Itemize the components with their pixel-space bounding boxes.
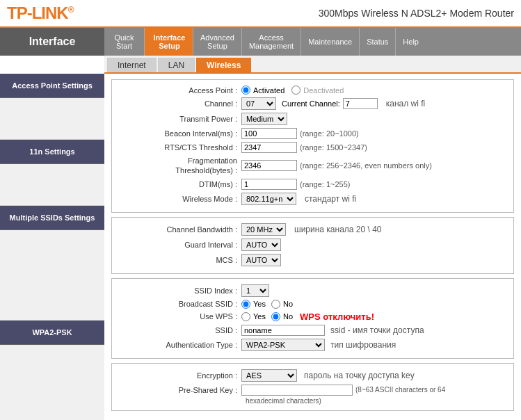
sidebar-spacer-2 <box>0 164 104 206</box>
wireless-mode-select[interactable]: 802.11g+n802.11b802.11g802.11n <box>241 193 296 205</box>
11n-section: Channel Bandwidth : 20 MHz40 MHz ширина … <box>111 217 514 274</box>
wps-yes-label[interactable]: Yes <box>241 312 266 321</box>
nav-tab-maintenance[interactable]: Maintenance <box>301 28 360 56</box>
channel-russian-note: канал wi fi <box>386 99 426 108</box>
broadcast-no-label[interactable]: No <box>271 300 293 309</box>
broadcast-yes-label[interactable]: Yes <box>241 300 266 309</box>
nav-tab-interface-setup[interactable]: Interface Setup <box>145 28 193 56</box>
beacon-interval-row: Beacon Interval(ms) : (range: 20~1000) <box>119 128 506 139</box>
main-layout: Access Point Settings 11n Settings Multi… <box>0 74 521 420</box>
sub-tab-lan[interactable]: LAN <box>158 58 195 72</box>
sidebar-section-11n[interactable]: 11n Settings <box>0 140 104 164</box>
mcs-row: MCS : AUTO017 <box>119 254 506 266</box>
ssid-row: SSID : ssid - имя точки доступа <box>119 325 506 336</box>
encryption-select[interactable]: AESTKIPTKIP+AES <box>241 369 297 382</box>
preshared-key-input[interactable] <box>241 385 353 396</box>
transmit-power-label: Transmit Power : <box>119 115 237 123</box>
sidebar-section-access-point[interactable]: Access Point Settings <box>0 74 104 98</box>
preshared-key-label: Pre-Shared Key : <box>119 385 237 394</box>
beacon-interval-label: Beacon Interval(ms) : <box>119 129 237 138</box>
beacon-note: (range: 20~1000) <box>300 129 359 138</box>
auth-note: тип шифрования <box>330 340 396 350</box>
access-point-label: Access Point : <box>119 86 237 95</box>
wireless-mode-note: стандарт wi fi <box>305 194 356 204</box>
guard-select[interactable]: AUTOLongShort <box>241 239 281 251</box>
preshared-note: (8~63 ASCII characters or 64 <box>355 385 445 394</box>
sidebar-section-wpa2psk[interactable]: WPA2-PSK <box>0 321 104 345</box>
wireless-mode-row: Wireless Mode : 802.11g+n802.11b802.11g8… <box>119 193 506 205</box>
sidebar-section-multiple-ssids[interactable]: Multiple SSIDs Settings <box>0 206 104 230</box>
wps-no-radio[interactable] <box>271 312 280 321</box>
access-point-section: Access Point : Activated Deactivated Cha… <box>111 79 514 213</box>
sub-nav: Internet LAN Wireless <box>104 56 521 74</box>
sidebar-title: Interface <box>0 28 104 56</box>
ssid-index-row: SSID Index : 1234 <box>119 284 506 297</box>
encryption-note: пароль на точку доступа key <box>304 371 415 380</box>
nav-tab-help[interactable]: Help <box>396 28 426 56</box>
broadcast-ssid-label: Broadcast SSID : <box>119 300 237 308</box>
frag-note: (range: 256~2346, even numbers only) <box>300 161 432 170</box>
sub-tab-internet[interactable]: Internet <box>107 58 157 72</box>
frag-label: FragmentationThreshold(bytes) : <box>119 156 237 176</box>
rts-input[interactable] <box>241 142 297 153</box>
rts-note: (range: 1500~2347) <box>300 143 367 152</box>
current-channel-input[interactable] <box>343 98 378 109</box>
activated-radio-label[interactable]: Activated <box>241 86 284 95</box>
logo: TP-LINK® <box>7 3 74 23</box>
nav-tab-access-management[interactable]: Access Management <box>242 28 301 56</box>
nav-tab-advanced-setup[interactable]: Advanced Setup <box>193 28 242 56</box>
activated-text: Activated <box>253 86 284 95</box>
mcs-label: MCS : <box>119 256 237 264</box>
current-channel-label: Current Channel: <box>282 99 340 108</box>
ssid-input[interactable] <box>241 325 325 336</box>
deactivated-radio[interactable] <box>291 86 300 95</box>
bandwidth-label: Channel Bandwidth : <box>119 225 237 234</box>
guard-label: Guard Interval : <box>119 241 237 249</box>
rts-label: RTS/CTS Threshold : <box>119 143 237 152</box>
guard-row: Guard Interval : AUTOLongShort <box>119 239 506 251</box>
wps-note: WPS отключить! <box>300 312 374 322</box>
broadcast-no-radio[interactable] <box>271 300 280 309</box>
bandwidth-select[interactable]: 20 MHz40 MHz <box>241 223 286 236</box>
wpa2-psk-section: Encryption : AESTKIPTKIP+AES пароль на т… <box>111 363 514 411</box>
dtim-note: (range: 1~255) <box>300 180 350 188</box>
dtim-input[interactable] <box>241 179 297 190</box>
preshared-key-row: Pre-Shared Key : (8~63 ASCII characters … <box>119 385 506 396</box>
channel-label: Channel : <box>119 99 237 108</box>
transmit-power-select[interactable]: MediumHighLow <box>241 113 287 125</box>
broadcast-yes-radio[interactable] <box>241 300 250 309</box>
nav-bar: Interface Quick Start Interface Setup Ad… <box>0 28 521 56</box>
ssid-index-select[interactable]: 1234 <box>241 284 269 297</box>
encryption-label: Encryption : <box>119 371 237 380</box>
channel-row: Channel : 07010611 Current Channel: кана… <box>119 97 506 110</box>
activated-radio[interactable] <box>241 86 250 95</box>
frag-row: FragmentationThreshold(bytes) : (range: … <box>119 156 506 176</box>
nav-tab-status[interactable]: Status <box>360 28 396 56</box>
auth-type-label: Authentication Type : <box>119 341 237 349</box>
deactivated-radio-label[interactable]: Deactivated <box>291 86 344 95</box>
broadcast-yes-text: Yes <box>253 300 266 308</box>
mcs-select[interactable]: AUTO017 <box>241 254 281 266</box>
wireless-mode-label: Wireless Mode : <box>119 195 237 203</box>
ssid-note: ssid - имя точки доступа <box>330 325 424 335</box>
sub-tab-wireless[interactable]: Wireless <box>196 58 251 72</box>
beacon-interval-input[interactable] <box>241 128 297 139</box>
nav-tab-quick-start[interactable]: Quick Start <box>104 28 145 56</box>
bandwidth-note: ширина канала 20 \ 40 <box>294 225 382 234</box>
sidebar: Access Point Settings 11n Settings Multi… <box>0 74 104 420</box>
use-wps-row: Use WPS : Yes No WPS отключить! <box>119 312 506 322</box>
nav-tabs: Quick Start Interface Setup Advanced Set… <box>104 28 521 56</box>
deactivated-text: Deactivated <box>303 86 344 95</box>
ssid-index-label: SSID Index : <box>119 286 237 295</box>
sidebar-spacer-1 <box>0 98 104 140</box>
transmit-power-row: Transmit Power : MediumHighLow <box>119 113 506 125</box>
broadcast-ssid-row: Broadcast SSID : Yes No <box>119 300 506 309</box>
wps-yes-radio[interactable] <box>241 312 250 321</box>
wps-yes-text: Yes <box>253 312 266 321</box>
wps-no-text: No <box>283 312 293 321</box>
bandwidth-row: Channel Bandwidth : 20 MHz40 MHz ширина … <box>119 223 506 236</box>
auth-type-select[interactable]: WPA2-PSKWPA-PSKWEPNone <box>241 339 325 351</box>
frag-input[interactable] <box>241 160 297 171</box>
wps-no-label[interactable]: No <box>271 312 293 321</box>
channel-select[interactable]: 07010611 <box>241 97 276 110</box>
